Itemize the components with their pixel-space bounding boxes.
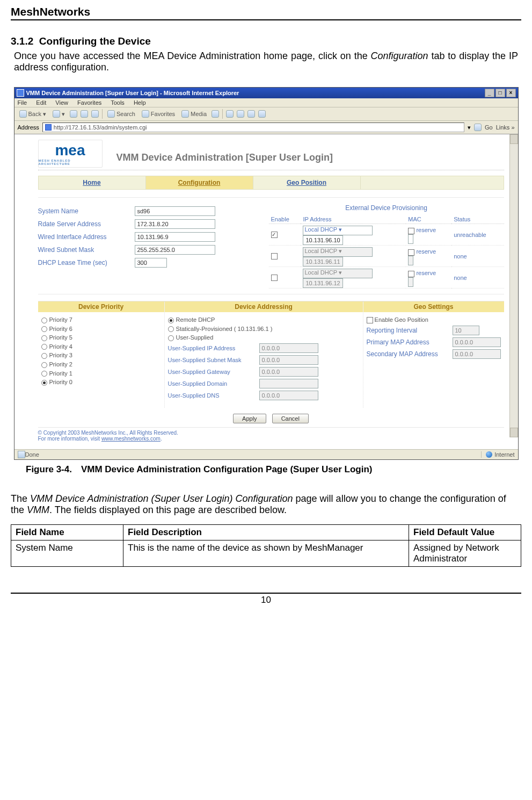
tab-home[interactable]: Home	[39, 176, 146, 189]
ext-mac-input[interactable]	[408, 234, 413, 244]
us-dom-input[interactable]	[259, 379, 318, 388]
priority-radio[interactable]	[41, 335, 47, 341]
addr-mode-radio[interactable]	[168, 318, 174, 323]
us-mask-input[interactable]: 0.0.0.0	[259, 355, 318, 365]
back-label: Back	[28, 111, 41, 117]
print-icon[interactable]	[237, 110, 244, 118]
links-label[interactable]: Links »	[496, 124, 515, 131]
home-icon[interactable]	[91, 110, 99, 118]
status-bar: Done Internet	[14, 449, 518, 459]
ext-ip-input[interactable]: 10.131.96.11	[303, 257, 342, 266]
geo-enable-checkbox[interactable]	[367, 317, 373, 323]
ext-ip-input[interactable]: 10.131.96.12	[303, 278, 342, 288]
toolbar: Back ▾ ▾ Search Favorites Media	[14, 107, 518, 121]
discuss-icon[interactable]	[258, 110, 266, 118]
copyright-link[interactable]: www.meshnetworks.com	[101, 436, 161, 442]
go-label[interactable]: Go	[485, 124, 493, 131]
menu-file[interactable]: File	[18, 99, 27, 106]
priority-label: Priority 2	[49, 361, 72, 367]
ext-mode-value: Local DHCP	[304, 226, 337, 233]
forward-button[interactable]: ▾	[51, 110, 67, 118]
refresh-icon[interactable]	[81, 110, 88, 118]
mea-logo: mea MESH ENABLED ARCHITECTURE	[38, 140, 103, 168]
ext-reserve-checkbox[interactable]	[408, 271, 414, 277]
us-gw-input[interactable]: 0.0.0.0	[259, 367, 318, 377]
rdate-input[interactable]: 172.31.8.20	[135, 219, 215, 229]
ext-reserve-checkbox[interactable]	[408, 228, 414, 234]
priority-radio[interactable]	[41, 380, 47, 386]
minimize-button[interactable]: _	[485, 89, 494, 97]
ext-enable-checkbox[interactable]	[271, 275, 278, 281]
wired-mask-label: Wired Subnet Mask	[38, 246, 135, 254]
vertical-scrollbar[interactable]	[509, 134, 518, 437]
device-priority: Device Priority Priority 7 Priority 6 Pr…	[38, 301, 164, 408]
wired-mask-input[interactable]: 255.255.255.0	[135, 245, 215, 255]
address-bar: Address http://172.16.1.53/admin/system.…	[14, 121, 518, 134]
menu-help[interactable]: Help	[134, 99, 146, 106]
close-button[interactable]: ×	[506, 89, 516, 97]
favorites-button[interactable]: Favorites	[140, 110, 177, 118]
page-number: 10	[261, 595, 271, 605]
ext-mode-select[interactable]: Local DHCP ▾	[303, 226, 373, 235]
globe-icon	[486, 451, 492, 458]
mail-icon[interactable]	[226, 110, 234, 118]
priority-label: Priority 6	[49, 326, 72, 332]
go-icon[interactable]	[474, 124, 482, 131]
ext-mode-value: Local DHCP	[304, 269, 337, 276]
ext-mode-select[interactable]: Local DHCP ▾	[303, 247, 373, 257]
priority-radio[interactable]	[41, 318, 47, 323]
search-button[interactable]: Search	[106, 110, 137, 118]
menu-bar[interactable]: File Edit View Favorites Tools Help	[14, 98, 518, 107]
priority-radio[interactable]	[41, 326, 47, 332]
ext-col-status: Status	[451, 215, 504, 224]
section-number: 3.1.2	[11, 35, 33, 47]
ext-enable-checkbox[interactable]	[271, 232, 278, 238]
priority-radio[interactable]	[41, 362, 47, 368]
media-button[interactable]: Media	[180, 110, 208, 118]
ext-mac-input[interactable]	[408, 256, 413, 265]
device-addressing: Device Addressing Remote DHCP Statically…	[164, 301, 363, 408]
apply-button[interactable]: Apply	[233, 414, 266, 423]
addr-mode-radio[interactable]	[168, 326, 174, 332]
addr-mode-radio[interactable]	[168, 335, 174, 341]
geo-report-input[interactable]: 10	[453, 326, 479, 335]
addr-mode-label: Remote DHCP	[176, 316, 215, 323]
figure-caption: Figure 3-4. VMM Device Administration Co…	[26, 464, 521, 475]
intro-a: Once you have accessed the MEA Device Ad…	[14, 51, 371, 61]
menu-edit[interactable]: Edit	[36, 99, 46, 106]
ext-mode-select[interactable]: Local DHCP ▾	[303, 269, 373, 278]
p2-em2: VMM	[27, 504, 49, 515]
ext-reserve-checkbox[interactable]	[408, 249, 414, 256]
priority-radio[interactable]	[41, 371, 47, 377]
menu-favorites[interactable]: Favorites	[77, 99, 101, 106]
geo-secondary-input[interactable]: 0.0.0.0	[453, 349, 501, 359]
menu-view[interactable]: View	[55, 99, 68, 106]
system-name-label: System Name	[38, 207, 135, 215]
window-titlebar[interactable]: VMM Device Administration [Super User Lo…	[14, 88, 518, 98]
geo-primary-input[interactable]: 0.0.0.0	[453, 337, 501, 347]
menu-tools[interactable]: Tools	[111, 99, 125, 106]
priority-radio[interactable]	[41, 353, 47, 359]
cancel-button[interactable]: Cancel	[272, 414, 309, 423]
address-input[interactable]: http://172.16.1.53/admin/system.cgi	[42, 122, 464, 132]
priority-radio[interactable]	[41, 344, 47, 350]
back-button[interactable]: Back ▾	[18, 110, 48, 118]
priority-label: Priority 4	[49, 343, 72, 350]
system-name-input[interactable]: sd96	[135, 206, 215, 216]
edit-icon[interactable]	[247, 110, 255, 118]
tab-configuration[interactable]: Configuration	[146, 176, 253, 189]
us-ip-input[interactable]: 0.0.0.0	[259, 343, 318, 353]
us-gw-label: User-Supplied Gateway	[168, 369, 259, 375]
ext-col-mac: MAC	[406, 215, 451, 224]
wired-if-input[interactable]: 10.131.96.9	[135, 232, 215, 242]
address-label: Address	[18, 124, 39, 131]
us-dns-input[interactable]: 0.0.0.0	[259, 391, 318, 400]
ext-enable-checkbox[interactable]	[271, 253, 278, 260]
history-icon[interactable]	[212, 110, 219, 118]
dhcp-lease-input[interactable]: 300	[135, 258, 167, 268]
ext-ip-input[interactable]: 10.131.96.10	[303, 235, 342, 245]
ext-mac-input[interactable]	[408, 277, 413, 287]
tab-geo-position[interactable]: Geo Position	[253, 176, 361, 189]
maximize-button[interactable]: □	[495, 89, 505, 97]
stop-icon[interactable]	[70, 110, 77, 118]
